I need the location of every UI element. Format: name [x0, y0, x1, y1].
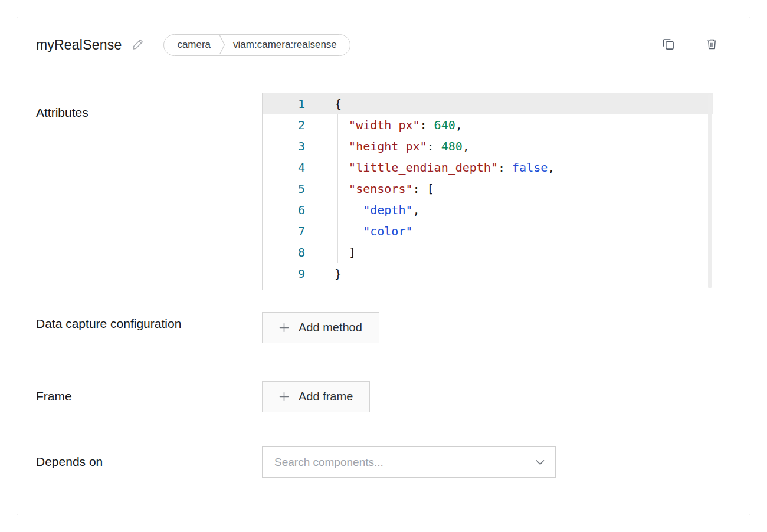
code-line[interactable]: 4 "little_endian_depth": false, — [263, 157, 713, 178]
line-number: 8 — [263, 242, 305, 263]
line-number: 3 — [263, 136, 305, 157]
code-text: "sensors": [ — [305, 178, 434, 199]
chevron-right-icon — [219, 34, 225, 55]
attributes-row: Attributes 1{2 "width_px": 640,3 "height… — [36, 93, 713, 290]
indent-guide — [337, 114, 338, 263]
add-frame-label: Add frame — [299, 390, 353, 403]
chevron-down-icon[interactable] — [536, 459, 545, 465]
duplicate-button[interactable] — [659, 35, 677, 55]
frame-label: Frame — [36, 385, 183, 408]
code-text: ] — [305, 242, 356, 263]
code-text: { — [305, 93, 342, 114]
data-capture-row: Data capture configuration Add method — [36, 312, 713, 343]
code-text: "color" — [305, 221, 412, 242]
code-line[interactable]: 6 "depth", — [263, 199, 713, 221]
code-text: "depth", — [305, 199, 420, 221]
search-components-input[interactable] — [263, 447, 555, 477]
card-header: myRealSense camera viam:camera:realsense — [17, 17, 750, 73]
edit-name-button[interactable] — [130, 35, 147, 54]
plus-icon — [279, 323, 289, 333]
indent-guide — [352, 199, 352, 242]
card-actions — [659, 35, 720, 55]
code-line[interactable]: 3 "height_px": 480, — [263, 136, 713, 157]
depends-on-row: Depends on — [36, 446, 713, 478]
component-type-pill: camera viam:camera:realsense — [163, 34, 350, 56]
attributes-code-editor[interactable]: 1{2 "width_px": 640,3 "height_px": 480,4… — [262, 93, 713, 290]
code-text: "little_endian_depth": false, — [305, 157, 555, 178]
attributes-label: Attributes — [36, 101, 183, 124]
code-line[interactable]: 2 "width_px": 640, — [263, 114, 713, 136]
delete-button[interactable] — [703, 35, 720, 55]
code-text: } — [305, 263, 342, 284]
line-number: 4 — [263, 157, 305, 178]
component-model-label: viam:camera:realsense — [225, 39, 337, 51]
add-frame-button[interactable]: Add frame — [262, 381, 370, 412]
pencil-icon — [132, 38, 145, 52]
line-number: 9 — [263, 263, 305, 284]
code-line[interactable]: 8 ] — [263, 242, 713, 263]
depends-on-select[interactable] — [262, 446, 556, 478]
code-text: "height_px": 480, — [305, 136, 470, 157]
add-method-label: Add method — [299, 321, 362, 334]
line-number: 1 — [263, 93, 305, 114]
code-line[interactable]: 5 "sensors": [ — [263, 178, 713, 199]
add-method-button[interactable]: Add method — [262, 312, 379, 343]
frame-row: Frame Add frame — [36, 381, 713, 412]
code-line[interactable]: 1{ — [263, 93, 713, 114]
line-number: 6 — [263, 199, 305, 221]
code-lines: 1{2 "width_px": 640,3 "height_px": 480,4… — [263, 93, 713, 284]
line-number: 5 — [263, 178, 305, 199]
depends-on-label: Depends on — [36, 450, 183, 474]
card-body: Attributes 1{2 "width_px": 640,3 "height… — [17, 73, 750, 478]
data-capture-label: Data capture configuration — [36, 312, 183, 336]
code-line[interactable]: 9} — [263, 263, 713, 284]
editor-scrollbar[interactable] — [708, 94, 712, 288]
component-config-panel: myRealSense camera viam:camera:realsense — [0, 0, 767, 532]
component-type-label: camera — [164, 39, 219, 51]
component-name-title: myRealSense — [36, 37, 122, 53]
plus-icon — [279, 392, 289, 402]
duplicate-icon — [661, 37, 675, 52]
trash-icon — [706, 37, 718, 52]
component-card: myRealSense camera viam:camera:realsense — [17, 17, 750, 515]
line-number: 7 — [263, 221, 305, 242]
line-number: 2 — [263, 114, 305, 136]
code-text: "width_px": 640, — [305, 114, 463, 136]
code-line[interactable]: 7 "color" — [263, 221, 713, 242]
